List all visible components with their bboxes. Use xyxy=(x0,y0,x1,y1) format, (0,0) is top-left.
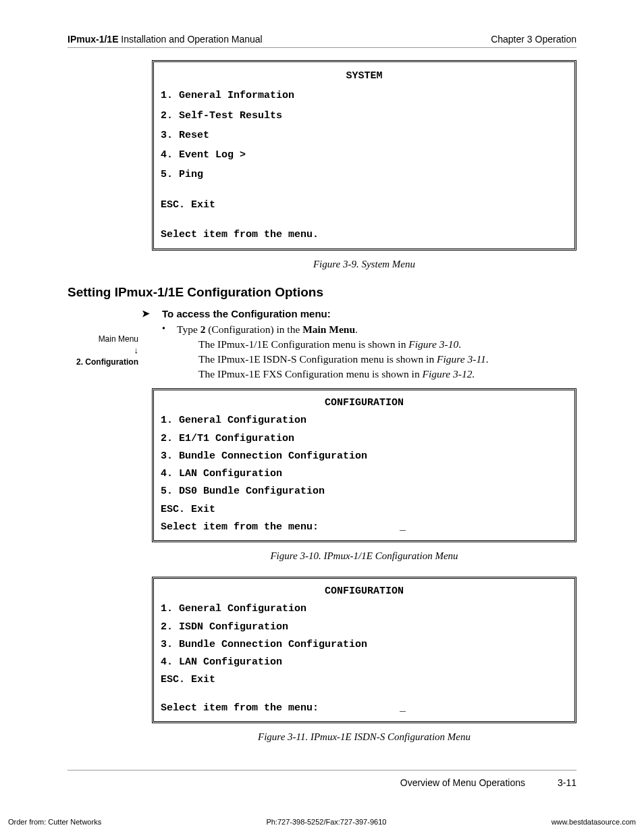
figure-caption-3-9: Figure 3-9. System Menu xyxy=(152,259,576,270)
system-menu-title: SYSTEM xyxy=(161,66,568,86)
sub-paragraph: The IPmux-1/1E Configuration menu is sho… xyxy=(198,338,576,350)
config-menu-terminal-2: CONFIGURATION 1. General Configuration 2… xyxy=(152,577,576,723)
header-left-rest: Installation and Operation Manual xyxy=(118,34,262,45)
page-footer-bar: Overview of Menu Operations 3-11 xyxy=(68,770,576,788)
breadcrumb-root: Main Menu xyxy=(71,334,138,344)
config-menu-esc: ESC. Exit xyxy=(161,501,568,519)
system-menu-item: 5. Ping xyxy=(161,165,568,184)
config-menu-title: CONFIGURATION xyxy=(161,394,568,412)
system-menu-item: 2. Self-Test Results xyxy=(161,106,568,126)
system-menu-esc: ESC. Exit xyxy=(161,195,568,215)
config-menu-esc: ESC. Exit xyxy=(161,671,568,689)
config-menu-item: 1. General Configuration xyxy=(161,412,568,429)
config-menu-title: CONFIGURATION xyxy=(161,583,568,600)
breadcrumb-current: 2. Configuration xyxy=(71,357,138,367)
config-menu-item: 3. Bundle Connection Configuration xyxy=(161,636,568,654)
system-menu-prompt: Select item from the menu. xyxy=(161,225,568,244)
system-menu-item: 3. Reset xyxy=(161,126,568,145)
bullet-icon: • xyxy=(162,323,177,336)
config-menu-item: 1. General Configuration xyxy=(161,600,568,618)
footer-phone: Ph:727-398-5252/Fax:727-397-9610 xyxy=(266,818,386,826)
sub-paragraph: The IPmux-1E ISDN-S Configuration menu i… xyxy=(198,353,576,365)
document-bottom-footer: Order from: Cutter Networks Ph:727-398-5… xyxy=(8,818,636,826)
footer-url: www.bestdatasource.com xyxy=(552,818,636,826)
cursor-icon: _ xyxy=(400,521,406,533)
breadcrumb-sidebar: Main Menu ↓ 2. Configuration xyxy=(71,334,138,367)
config-menu-item: 5. DS0 Bundle Configuration xyxy=(161,483,568,500)
config-menu-prompt: Select item from the menu:_ xyxy=(161,519,568,536)
config-menu-prompt: Select item from the menu:_ xyxy=(161,700,568,717)
config-menu-item: 3. Bundle Connection Configuration xyxy=(161,448,568,465)
system-menu-terminal: SYSTEM 1. General Information 2. Self-Te… xyxy=(152,60,576,251)
footer-section-name: Overview of Menu Operations xyxy=(400,777,525,788)
bullet-text: Type 2 (Configuration) in the Main Menu. xyxy=(177,323,358,336)
breadcrumb-arrow-icon: ↓ xyxy=(71,345,138,356)
section-heading: Setting IPmux-1/1E Configuration Options xyxy=(68,285,576,300)
config-menu-item: 2. ISDN Configuration xyxy=(161,619,568,636)
config-menu-item: 4. LAN Configuration xyxy=(161,654,568,671)
config-menu-item: 4. LAN Configuration xyxy=(161,465,568,483)
figure-caption-3-11: Figure 3-11. IPmux-1E ISDN-S Configurati… xyxy=(152,731,576,743)
config-menu-terminal-1: CONFIGURATION 1. General Configuration 2… xyxy=(152,388,576,542)
header-right: Chapter 3 Operation xyxy=(491,34,576,45)
procedure-arrow-icon: ➤ xyxy=(142,308,162,319)
system-menu-item: 4. Event Log > xyxy=(161,145,568,165)
header-left-bold: IPmux-1/1E xyxy=(68,34,118,45)
cursor-icon: _ xyxy=(400,702,406,714)
procedure-title: To access the Configuration menu: xyxy=(162,308,331,319)
figure-caption-3-10: Figure 3-10. IPmux-1/1E Configuration Me… xyxy=(152,550,576,562)
sub-paragraph: The IPmux-1E FXS Configuration menu is s… xyxy=(198,368,576,380)
header-left: IPmux-1/1E Installation and Operation Ma… xyxy=(68,34,263,45)
config-menu-item: 2. E1/T1 Configuration xyxy=(161,430,568,448)
footer-order: Order from: Cutter Networks xyxy=(8,818,101,826)
footer-page-number: 3-11 xyxy=(558,777,576,788)
page-header: IPmux-1/1E Installation and Operation Ma… xyxy=(68,34,576,48)
system-menu-item: 1. General Information xyxy=(161,86,568,105)
